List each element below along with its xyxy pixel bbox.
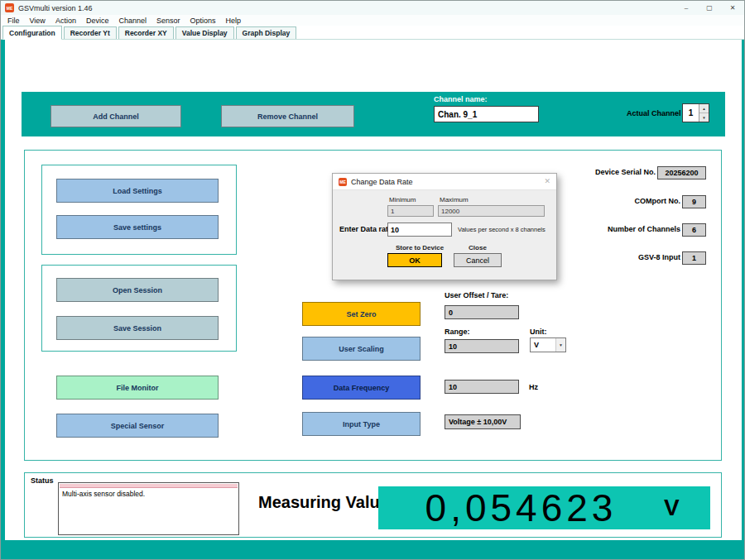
- menu-item-channel[interactable]: Channel: [113, 17, 151, 25]
- tab-recorder-yt[interactable]: Recorder Yt: [64, 26, 117, 39]
- unit-label: Unit:: [530, 328, 547, 336]
- device-serial-field: 20256200: [657, 166, 706, 179]
- actual-channel-input[interactable]: [683, 104, 699, 122]
- minimum-label: Minimum: [389, 196, 416, 203]
- user-offset-field: 0: [445, 305, 519, 319]
- actual-channel-label: Actual Channel: [627, 109, 681, 117]
- channel-name-label: Channel name:: [434, 95, 488, 103]
- measuring-value: 0,054623: [378, 486, 664, 529]
- add-channel-button[interactable]: Add Channel: [50, 105, 181, 127]
- input-type-field: Voltage ± 10,00V: [445, 414, 521, 429]
- tab-graph-display[interactable]: Graph Display: [236, 26, 297, 39]
- app-window: ME GSVmulti version 1.46 – ▢ ✕ File View…: [0, 0, 745, 560]
- status-group: Status Multi-axis sensor disabled. Measu…: [24, 472, 722, 538]
- maximize-button[interactable]: ▢: [698, 1, 721, 15]
- close-group-label: Close: [454, 244, 502, 251]
- menu-item-view[interactable]: View: [25, 17, 50, 25]
- window-controls: – ▢ ✕: [675, 1, 744, 15]
- frequency-field: 10: [445, 380, 519, 394]
- store-to-device-label: Store to Device: [387, 244, 452, 251]
- file-monitor-button[interactable]: File Monitor: [56, 376, 219, 400]
- teal-edge-right: [742, 40, 745, 560]
- menu-item-help[interactable]: Help: [221, 17, 247, 25]
- status-listbox[interactable]: Multi-axis sensor disabled.: [58, 482, 239, 535]
- gsv8-input-field: 1: [682, 251, 706, 265]
- dialog-close-icon[interactable]: ✕: [544, 177, 550, 185]
- minimum-field: 1: [387, 205, 434, 217]
- load-settings-button[interactable]: Load Settings: [56, 179, 219, 203]
- measuring-value-label: Measuring Value: [258, 493, 389, 512]
- tab-recorder-xy[interactable]: Recorder XY: [118, 26, 174, 39]
- tab-value-display[interactable]: Value Display: [175, 26, 234, 39]
- window-title: GSVmulti version 1.46: [18, 4, 93, 12]
- status-message: Multi-axis sensor disabled.: [59, 488, 238, 500]
- change-data-rate-dialog: ME Change Data Rate ✕ Minimum Maximum 1 …: [332, 173, 557, 280]
- menu-bar: File View Action Device Channel Sensor O…: [1, 15, 744, 26]
- close-button[interactable]: ✕: [721, 1, 744, 15]
- range-label: Range:: [445, 328, 470, 336]
- gsv8-input-label: GSV-8 Input: [555, 253, 680, 261]
- bottom-teal-bar: [1, 540, 745, 560]
- remove-channel-button[interactable]: Remove Channel: [221, 105, 354, 127]
- teal-edge-left: [1, 40, 5, 560]
- spinner-down-icon[interactable]: ▼: [699, 113, 709, 122]
- user-offset-label: User Offset / Tare:: [445, 291, 508, 299]
- maximum-field: 12000: [438, 205, 545, 217]
- set-zero-button[interactable]: Set Zero: [302, 302, 421, 326]
- measuring-unit: V: [664, 495, 710, 521]
- user-scaling-button[interactable]: User Scaling: [302, 337, 421, 361]
- input-type-button[interactable]: Input Type: [302, 412, 421, 436]
- client-area: Add Channel Remove Channel Channel name:…: [1, 40, 745, 560]
- spinner-buttons: ▲ ▼: [699, 104, 709, 122]
- frequency-unit-label: Hz: [529, 383, 538, 391]
- save-settings-button[interactable]: Save settings: [56, 215, 219, 239]
- tab-configuration[interactable]: Configuration: [2, 26, 62, 40]
- menu-item-device[interactable]: Device: [81, 17, 114, 25]
- title-bar: ME GSVmulti version 1.46 – ▢ ✕: [1, 1, 744, 15]
- menu-item-options[interactable]: Options: [185, 17, 220, 25]
- special-sensor-button[interactable]: Special Sensor: [56, 414, 219, 438]
- menu-item-sensor[interactable]: Sensor: [151, 17, 185, 25]
- app-icon: ME: [5, 3, 14, 12]
- dialog-title: Change Data Rate: [351, 178, 413, 186]
- dialog-cancel-button[interactable]: Cancel: [454, 253, 502, 267]
- dialog-app-icon: ME: [339, 178, 347, 186]
- minimize-button[interactable]: –: [675, 1, 698, 15]
- comport-field: 9: [682, 195, 706, 208]
- menu-item-action[interactable]: Action: [50, 17, 81, 25]
- unit-dropdown[interactable]: V ▼: [530, 337, 566, 352]
- data-rate-input[interactable]: [387, 223, 452, 237]
- data-rate-hint: Values per second x 8 channels: [458, 226, 546, 233]
- number-of-channels-label: Number of Channels: [555, 225, 680, 233]
- status-label: Status: [31, 476, 54, 485]
- spinner-up-icon[interactable]: ▲: [699, 104, 709, 113]
- actual-channel-stepper[interactable]: ▲ ▼: [682, 103, 709, 122]
- menu-item-file[interactable]: File: [2, 17, 25, 25]
- unit-value: V: [531, 341, 555, 349]
- enter-data-rate-label: Enter Data rate:: [339, 225, 395, 233]
- open-session-button[interactable]: Open Session: [56, 278, 219, 302]
- save-session-button[interactable]: Save Session: [56, 316, 219, 340]
- comport-label: COMport No.: [555, 197, 680, 205]
- channel-bar: Add Channel Remove Channel Channel name:…: [22, 92, 725, 136]
- dialog-ok-button[interactable]: OK: [387, 253, 442, 267]
- number-of-channels-field: 6: [682, 223, 706, 237]
- channel-name-input[interactable]: [434, 106, 539, 122]
- range-field: 10: [445, 339, 519, 353]
- measuring-value-display: 0,054623 V: [378, 486, 710, 529]
- data-frequency-button[interactable]: Data Frequency: [302, 376, 421, 400]
- dialog-title-bar: ME Change Data Rate: [333, 174, 556, 190]
- maximum-label: Maximum: [440, 196, 469, 203]
- chevron-down-icon: ▼: [555, 338, 565, 352]
- tab-bar: Configuration Recorder Yt Recorder XY Va…: [1, 26, 744, 40]
